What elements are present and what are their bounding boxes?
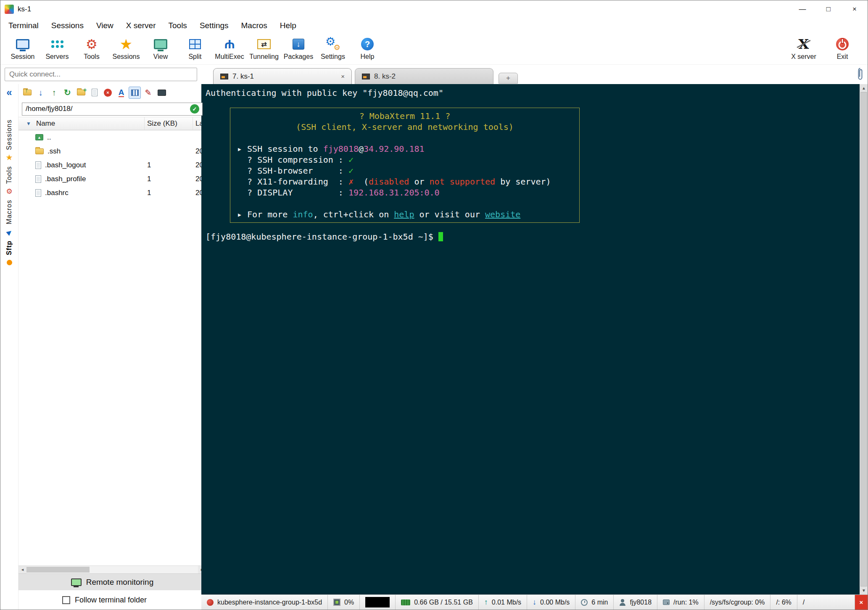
- new-folder-icon[interactable]: +: [75, 87, 87, 99]
- delete-icon[interactable]: ×: [102, 87, 114, 99]
- sidebar-tab-macros[interactable]: Macros: [5, 200, 13, 224]
- user-icon: [619, 599, 626, 606]
- file-row[interactable]: ▲..: [18, 130, 206, 144]
- close-terminal-button[interactable]: ×: [855, 595, 868, 610]
- quick-connect-input[interactable]: [5, 68, 197, 81]
- scrollbar-thumb[interactable]: [26, 567, 90, 573]
- sidebar-tab-tools[interactable]: Tools: [5, 166, 13, 184]
- column-header-size[interactable]: Size (KB): [145, 117, 193, 130]
- statusbar-cell: ↑0.01 Mb/s: [479, 595, 527, 610]
- paperclip-icon[interactable]: [857, 67, 864, 81]
- file-name-cell: .ssh: [18, 144, 145, 158]
- toolbar-xserver-button[interactable]: XX server: [784, 34, 823, 63]
- toolbar-multiexec-button[interactable]: ΨMultiExec: [212, 34, 247, 63]
- upload-icon: ↑: [484, 598, 488, 607]
- sidebar-tab-sessions[interactable]: Sessions: [5, 119, 13, 150]
- file-row[interactable]: .bash_profile120: [18, 172, 206, 186]
- maximize-button[interactable]: □: [815, 0, 842, 18]
- minimize-button[interactable]: —: [789, 0, 815, 18]
- toolbar-multiexec-label: MultiExec: [215, 53, 244, 61]
- toolbar-servers-button[interactable]: Servers: [40, 34, 74, 63]
- terminal-scrollbar[interactable]: ▲ ▼: [860, 84, 868, 594]
- sidebar: «Sessions★Tools⚙Macros▶Sftp: [0, 84, 18, 610]
- sftp-path-input[interactable]: [22, 103, 203, 116]
- sftp-horizontal-scrollbar[interactable]: ◄ ►: [18, 565, 206, 573]
- session-tab-icon: [362, 74, 370, 79]
- toolbar-right-group: XX serverExit: [784, 34, 862, 63]
- xserver-icon: X: [799, 35, 809, 53]
- collapse-sidebar-button[interactable]: «: [6, 87, 12, 98]
- toolbar-servers-label: Servers: [45, 53, 69, 61]
- columns-icon[interactable]: [129, 87, 141, 99]
- dot-icon[interactable]: [7, 258, 12, 268]
- statusbar-cell: kubesphere-instance-group-1-bx5d: [201, 595, 328, 610]
- toolbar-sessions-button[interactable]: ★Sessions: [109, 34, 143, 63]
- scrollbar-track[interactable]: [90, 566, 198, 573]
- statusbar-cell: 0%: [328, 595, 360, 610]
- menu-x-server[interactable]: X server: [120, 19, 162, 32]
- upload-icon[interactable]: ↑: [48, 87, 60, 99]
- menu-tools[interactable]: Tools: [162, 19, 193, 32]
- host-icon: [207, 599, 214, 606]
- file-row[interactable]: .bashrc120: [18, 186, 206, 200]
- remote-monitoring-button[interactable]: Remote monitoring: [18, 573, 206, 590]
- sort-icon[interactable]: ▼: [26, 121, 31, 127]
- up-directory-icon[interactable]: ↑: [21, 87, 33, 99]
- refresh-icon[interactable]: ↻: [61, 87, 74, 99]
- menu-sessions[interactable]: Sessions: [45, 19, 90, 32]
- toolbar-tunneling-button[interactable]: ⇄Tunneling: [247, 34, 281, 63]
- tab-close-icon[interactable]: ×: [341, 73, 345, 80]
- tab-8-ks-2[interactable]: 8. ks-2: [355, 68, 493, 84]
- sidebar-tab-sftp[interactable]: Sftp: [5, 240, 13, 255]
- follow-terminal-folder-checkbox[interactable]: [62, 596, 70, 604]
- document-icon[interactable]: [88, 87, 100, 99]
- file-name-cell: .bash_profile: [18, 172, 145, 186]
- file-row[interactable]: .ssh20: [18, 144, 206, 158]
- menu-terminal[interactable]: Terminal: [2, 19, 45, 32]
- send-icon[interactable]: ▶: [7, 227, 12, 237]
- rename-icon[interactable]: A: [115, 87, 127, 99]
- banner-line: ▸ For more info, ctrl+click on help or v…: [237, 209, 573, 220]
- file-row[interactable]: .bash_logout120: [18, 158, 206, 172]
- tab-label: 8. ks-2: [374, 72, 396, 81]
- terminal-scrollbar-thumb[interactable]: [860, 92, 867, 586]
- download-icon[interactable]: ↓: [34, 87, 47, 99]
- sftp-panel: ↑↓↑↻+×A✎ ✓ ▼Name Size (KB) La ▲...ssh20.…: [18, 84, 206, 610]
- new-tab-button[interactable]: +: [499, 73, 518, 84]
- scroll-down-icon[interactable]: ▼: [860, 586, 868, 594]
- menu-view[interactable]: View: [90, 19, 120, 32]
- toolbar-view-button[interactable]: View: [143, 34, 178, 63]
- statusbar-text: 6 min: [591, 599, 608, 606]
- banner-box: ? MobaXterm 11.1 ?(SSH client, X-server …: [230, 108, 580, 223]
- menu-macros[interactable]: Macros: [235, 19, 274, 32]
- toolbar-split-button[interactable]: Split: [178, 34, 212, 63]
- toolbar-settings-button[interactable]: ⚙⚙Settings: [316, 34, 350, 63]
- statusbar-cell: /sys/fs/cgroup: 0%: [704, 595, 771, 610]
- statusbar-cell: [360, 595, 396, 610]
- scroll-up-icon[interactable]: ▲: [860, 84, 868, 92]
- scroll-left-icon[interactable]: ◄: [18, 566, 26, 573]
- memory-icon: [401, 599, 410, 605]
- toolbar-tools-button[interactable]: ⚙Tools: [74, 34, 109, 63]
- menu-help[interactable]: Help: [274, 19, 303, 32]
- packages-icon: ↓: [293, 35, 304, 53]
- tab-7-ks-1[interactable]: 7. ks-1×: [213, 68, 352, 84]
- toolbar-packages-button[interactable]: ↓Packages: [281, 34, 316, 63]
- star-icon[interactable]: ★: [5, 153, 13, 163]
- toolbar-session-button[interactable]: Session: [5, 34, 40, 63]
- titlebar: ks-1 — □ ×: [0, 0, 868, 18]
- terminal-icon[interactable]: [156, 87, 168, 99]
- mobaxterm-window: ks-1 — □ × TerminalSessionsViewX serverT…: [0, 0, 868, 610]
- terminal-auth-line: Authenticating with public key "fjy8018@…: [206, 87, 860, 98]
- toolbar-help-button[interactable]: ?Help: [350, 34, 385, 63]
- tools-icon[interactable]: ⚙: [6, 186, 12, 196]
- terminal[interactable]: Authenticating with public key "fjy8018@…: [201, 84, 860, 594]
- menu-settings[interactable]: Settings: [193, 19, 235, 32]
- edit-icon[interactable]: ✎: [142, 87, 154, 99]
- column-header-name[interactable]: ▼Name: [18, 117, 145, 130]
- session-tab-icon: [220, 74, 228, 79]
- close-button[interactable]: ×: [842, 0, 868, 18]
- toolbar-exit-button[interactable]: Exit: [823, 34, 862, 63]
- statusbar-text: /: [803, 599, 805, 606]
- multiexec-icon: Ψ: [224, 35, 235, 53]
